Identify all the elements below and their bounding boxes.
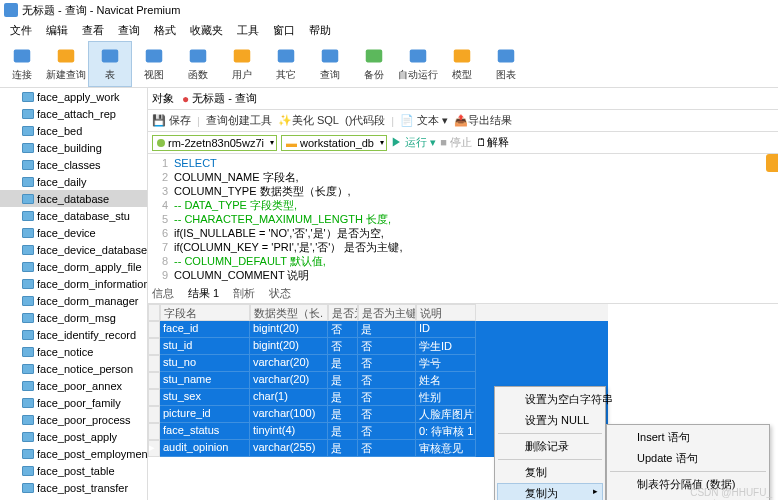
tree-face_device[interactable]: face_device bbox=[0, 224, 147, 241]
table-icon bbox=[22, 262, 34, 272]
toolbar-chart[interactable]: 图表 bbox=[484, 41, 528, 87]
table-icon bbox=[22, 160, 34, 170]
tree-face_bed[interactable]: face_bed bbox=[0, 122, 147, 139]
tree-face_dorm_manager[interactable]: face_dorm_manager bbox=[0, 292, 147, 309]
codeseg-button[interactable]: ()代码段 bbox=[345, 113, 385, 128]
toolbar-autorun[interactable]: 自动运行 bbox=[396, 41, 440, 87]
toolbar-other[interactable]: 其它 bbox=[264, 41, 308, 87]
tree-face_apply_work[interactable]: face_apply_work bbox=[0, 88, 147, 105]
main-toolbar: 连接新建查询表视图函数用户其它查询备份自动运行模型图表 bbox=[0, 40, 778, 88]
toolbar-user[interactable]: 用户 bbox=[220, 41, 264, 87]
toolbar-query[interactable]: 查询 bbox=[308, 41, 352, 87]
tree-face_record_workstudy[interactable]: face_record_workstudy bbox=[0, 496, 147, 500]
tree-face_post_employmen[interactable]: face_post_employmen bbox=[0, 445, 147, 462]
menu-收藏夹[interactable]: 收藏夹 bbox=[184, 21, 229, 40]
toolbar-table[interactable]: 表 bbox=[88, 41, 132, 87]
svg-rect-11 bbox=[498, 50, 515, 63]
titlebar: 无标题 - 查询 - Navicat Premium bbox=[0, 0, 778, 20]
menu-工具[interactable]: 工具 bbox=[231, 21, 265, 40]
tree-face_database[interactable]: face_database bbox=[0, 190, 147, 207]
table-icon bbox=[22, 279, 34, 289]
table-row[interactable]: face_idbigint(20)否是ID bbox=[148, 321, 608, 338]
context-menu[interactable]: 设置为空白字符串设置为 NULL删除记录复制复制为粘贴显示 bbox=[494, 386, 606, 500]
tab-bar: 对象 ●无标题 - 查询 bbox=[148, 88, 778, 110]
side-badge bbox=[766, 154, 778, 172]
server-select[interactable]: rm-2zetn83n05wz7i bbox=[152, 135, 277, 151]
table-icon bbox=[22, 126, 34, 136]
sql-editor[interactable]: 1SELECT2 COLUMN_NAME 字段名,3 COLUMN_TYPE 数… bbox=[148, 154, 778, 284]
tree-face_post_transfer[interactable]: face_post_transfer bbox=[0, 479, 147, 496]
text-button[interactable]: 📄 文本 ▾ bbox=[400, 113, 448, 128]
table-row[interactable]: stu_novarchar(20)是否学号 bbox=[148, 355, 608, 372]
tree-face_poor_annex[interactable]: face_poor_annex bbox=[0, 377, 147, 394]
ctx2-1[interactable]: Update 语句 bbox=[609, 448, 767, 469]
rtab-1[interactable]: 结果 1 bbox=[188, 286, 219, 301]
ctx-复制为[interactable]: 复制为 bbox=[497, 483, 603, 500]
table-icon bbox=[22, 194, 34, 204]
stop-button[interactable]: ■ 停止 bbox=[440, 135, 472, 150]
rtab-3[interactable]: 状态 bbox=[269, 286, 291, 301]
table-icon bbox=[22, 398, 34, 408]
ctx-复制[interactable]: 复制 bbox=[497, 462, 603, 483]
menu-格式[interactable]: 格式 bbox=[148, 21, 182, 40]
toolbar-model[interactable]: 模型 bbox=[440, 41, 484, 87]
menu-编辑[interactable]: 编辑 bbox=[40, 21, 74, 40]
svg-rect-2 bbox=[102, 50, 119, 63]
tab-objects[interactable]: 对象 bbox=[152, 91, 174, 106]
tree-face_post_table[interactable]: face_post_table bbox=[0, 462, 147, 479]
table-icon bbox=[22, 449, 34, 459]
toolbar-connect[interactable]: 连接 bbox=[0, 41, 44, 87]
table-row[interactable]: stu_idbigint(20)否否学生ID bbox=[148, 338, 608, 355]
export-button[interactable]: 📤导出结果 bbox=[454, 113, 512, 128]
menu-窗口[interactable]: 窗口 bbox=[267, 21, 301, 40]
tree-face_dorm_apply_file[interactable]: face_dorm_apply_file bbox=[0, 258, 147, 275]
table-icon bbox=[22, 415, 34, 425]
menu-查看[interactable]: 查看 bbox=[76, 21, 110, 40]
tree-face_building[interactable]: face_building bbox=[0, 139, 147, 156]
ctx-设置为 NULL[interactable]: 设置为 NULL bbox=[497, 410, 603, 431]
tab-query[interactable]: ●无标题 - 查询 bbox=[182, 91, 257, 106]
watermark: CSDN @HHUFU_ bbox=[690, 487, 772, 498]
explain-button[interactable]: 🗒解释 bbox=[476, 135, 509, 150]
run-button[interactable]: ▶ 运行 ▾ bbox=[391, 135, 436, 150]
menubar: 文件编辑查看查询格式收藏夹工具窗口帮助 bbox=[0, 20, 778, 40]
tree-face_notice[interactable]: face_notice bbox=[0, 343, 147, 360]
beautify-button[interactable]: ✨美化 SQL bbox=[278, 113, 339, 128]
table-icon bbox=[22, 483, 34, 493]
rtab-2[interactable]: 剖析 bbox=[233, 286, 255, 301]
tree-face_device_database[interactable]: face_device_database bbox=[0, 241, 147, 258]
save-button[interactable]: 💾 保存 bbox=[152, 113, 191, 128]
tree-face_database_stu[interactable]: face_database_stu bbox=[0, 207, 147, 224]
menu-查询[interactable]: 查询 bbox=[112, 21, 146, 40]
menu-文件[interactable]: 文件 bbox=[4, 21, 38, 40]
toolbar-view[interactable]: 视图 bbox=[132, 41, 176, 87]
tree-face_poor_family[interactable]: face_poor_family bbox=[0, 394, 147, 411]
toolbar-new-query[interactable]: 新建查询 bbox=[44, 41, 88, 87]
db-select[interactable]: ▬workstation_db bbox=[281, 135, 387, 151]
tree-face_dorm_msg[interactable]: face_dorm_msg bbox=[0, 309, 147, 326]
tree-face_attach_rep[interactable]: face_attach_rep bbox=[0, 105, 147, 122]
rtab-0[interactable]: 信息 bbox=[152, 286, 174, 301]
menu-帮助[interactable]: 帮助 bbox=[303, 21, 337, 40]
tree-face_daily[interactable]: face_daily bbox=[0, 173, 147, 190]
tree-face_post_apply[interactable]: face_post_apply bbox=[0, 428, 147, 445]
table-icon bbox=[22, 143, 34, 153]
builder-button[interactable]: 查询创建工具 bbox=[206, 113, 272, 128]
query-toolbar: 💾 保存| 查询创建工具 ✨美化 SQL ()代码段| 📄 文本 ▾ 📤导出结果 bbox=[148, 110, 778, 132]
svg-rect-10 bbox=[454, 50, 471, 63]
toolbar-backup[interactable]: 备份 bbox=[352, 41, 396, 87]
object-tree[interactable]: face_apply_workface_attach_repface_bedfa… bbox=[0, 88, 148, 500]
table-icon bbox=[22, 228, 34, 238]
tree-face_dorm_information[interactable]: face_dorm_information bbox=[0, 275, 147, 292]
table-icon bbox=[22, 381, 34, 391]
tree-face_poor_process[interactable]: face_poor_process bbox=[0, 411, 147, 428]
ctx-设置为空白字符串[interactable]: 设置为空白字符串 bbox=[497, 389, 603, 410]
tree-face_notice_person[interactable]: face_notice_person bbox=[0, 360, 147, 377]
svg-rect-1 bbox=[58, 50, 75, 63]
ctx2-0[interactable]: Insert 语句 bbox=[609, 427, 767, 448]
table-icon bbox=[22, 364, 34, 374]
tree-face_classes[interactable]: face_classes bbox=[0, 156, 147, 173]
toolbar-function[interactable]: 函数 bbox=[176, 41, 220, 87]
ctx-删除记录[interactable]: 删除记录 bbox=[497, 436, 603, 457]
tree-face_identify_record[interactable]: face_identify_record bbox=[0, 326, 147, 343]
